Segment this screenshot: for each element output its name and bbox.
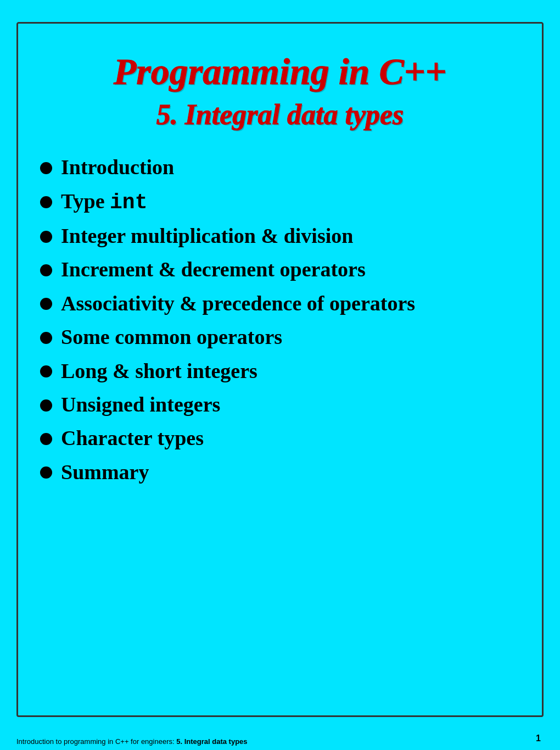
list-item: Summary	[40, 459, 520, 486]
bullet-dot	[40, 332, 52, 344]
bullet-dot	[40, 399, 52, 412]
list-item-label: Some common operators	[61, 324, 282, 351]
list-item: Increment & decrement operators	[40, 256, 520, 283]
bullet-dot	[40, 433, 52, 445]
list-item: Type int	[40, 188, 520, 216]
slide-container: Programming in C++ 5. Integral data type…	[16, 22, 544, 717]
sub-title: 5. Integral data types	[40, 98, 520, 132]
list-item-label: Integer multiplication & division	[61, 223, 353, 249]
footer-text: Introduction to programming in C++ for e…	[16, 737, 248, 746]
bullet-dot	[40, 231, 52, 243]
list-item: Long & short integers	[40, 358, 520, 385]
list-item-label: Unsigned integers	[61, 391, 220, 418]
bullet-dot	[40, 298, 52, 310]
list-item: Associativity & precedence of operators	[40, 290, 520, 317]
list-item-label: Long & short integers	[61, 358, 257, 385]
title-section: Programming in C++ 5. Integral data type…	[40, 40, 520, 132]
list-item-label: Summary	[61, 459, 149, 486]
list-item: Character types	[40, 425, 520, 452]
list-item: Introduction	[40, 154, 520, 181]
list-item: Unsigned integers	[40, 391, 520, 418]
footer: Introduction to programming in C++ for e…	[16, 737, 544, 746]
bullet-dot	[40, 466, 52, 479]
main-title: Programming in C++	[40, 51, 520, 92]
bullet-dot	[40, 264, 52, 276]
list-item: Integer multiplication & division	[40, 223, 520, 249]
page-number: 1	[536, 734, 541, 743]
list-item-label: Introduction	[61, 154, 174, 181]
list-item-label: Associativity & precedence of operators	[61, 290, 415, 317]
list-item-label: Increment & decrement operators	[61, 256, 366, 283]
bullet-dot	[40, 162, 52, 174]
list-item-label: Character types	[61, 425, 204, 452]
bullet-dot	[40, 196, 52, 208]
bullet-dot	[40, 365, 52, 377]
list-item-label: Type int	[61, 188, 147, 216]
bullet-list: Introduction Type int Integer multiplica…	[40, 154, 520, 486]
list-item: Some common operators	[40, 324, 520, 351]
